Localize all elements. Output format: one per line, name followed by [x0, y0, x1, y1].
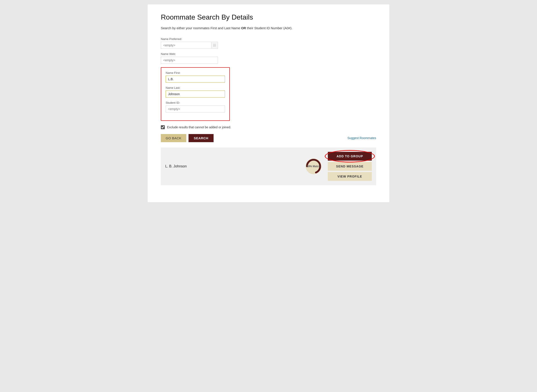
name-first-input[interactable]: [166, 76, 225, 83]
nav-buttons: GO BACK SEARCH: [161, 134, 214, 142]
result-name: L. B. Johnson: [165, 164, 187, 168]
view-profile-button[interactable]: VIEW PROFILE: [328, 172, 372, 181]
page-container: Roommate Search By Details Search by eit…: [148, 5, 389, 202]
student-id-label: Student ID:: [166, 101, 225, 104]
exclude-checkbox-row: Exclude results that cannot be added or …: [161, 125, 376, 129]
highlighted-form-section: Name First: Name Last: Student ID:: [161, 67, 230, 121]
name-preferred-input[interactable]: [161, 42, 211, 49]
result-right: 69% Match ADD TO GROUP SEND MESSAGE VIEW…: [304, 152, 372, 181]
exclude-label: Exclude results that cannot be added or …: [167, 126, 231, 129]
button-row: GO BACK SEARCH Suggest Roommates: [161, 134, 376, 142]
name-preferred-group: Name Preferred: ☷: [161, 37, 376, 49]
add-to-group-wrapper: ADD TO GROUP: [328, 152, 372, 161]
search-button[interactable]: SEARCH: [188, 134, 214, 142]
name-first-label: Name First:: [166, 71, 225, 75]
list-icon[interactable]: ☷: [211, 42, 218, 48]
results-section: L. B. Johnson 69% Match ADD TO GROUP: [161, 147, 376, 185]
page-title: Roommate Search By Details: [161, 13, 376, 21]
name-preferred-input-wrapper: ☷: [161, 42, 218, 49]
name-preferred-label: Name Preferred:: [161, 37, 376, 41]
name-web-group: Name Web:: [161, 52, 376, 64]
match-donut: 69% Match: [304, 156, 323, 176]
name-first-group: Name First:: [166, 71, 225, 83]
student-id-input[interactable]: [166, 105, 225, 112]
suggest-roommates-link[interactable]: Suggest Roommates: [347, 136, 376, 140]
name-last-label: Name Last:: [166, 86, 225, 89]
match-label: 69% Match: [307, 165, 320, 168]
action-buttons: ADD TO GROUP SEND MESSAGE VIEW PROFILE: [328, 152, 372, 181]
name-last-input[interactable]: [166, 91, 225, 98]
name-last-group: Name Last:: [166, 86, 225, 98]
description: Search by either your roommates First an…: [161, 26, 376, 31]
send-message-button[interactable]: SEND MESSAGE: [328, 162, 372, 171]
student-id-group: Student ID:: [166, 101, 225, 112]
go-back-button[interactable]: GO BACK: [161, 134, 186, 142]
add-to-group-button[interactable]: ADD TO GROUP: [328, 152, 372, 161]
name-web-input[interactable]: [161, 57, 218, 64]
name-web-label: Name Web:: [161, 52, 376, 56]
exclude-checkbox[interactable]: [161, 125, 165, 129]
